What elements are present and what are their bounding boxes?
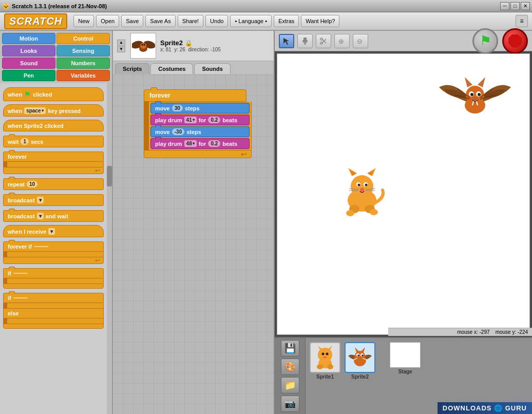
downloads-badge: DOWNLOADS 🌐 GURU xyxy=(438,402,532,414)
svg-point-56 xyxy=(327,364,333,369)
when-clicked-block[interactable]: when ⚑ clicked xyxy=(3,87,104,101)
green-flag-button[interactable]: ⚑ xyxy=(472,28,498,54)
middle-panel: ▲ ▼ Sprite2 🔒 xyxy=(113,31,275,414)
sprite-controls: 💾 🎨 📁 📷 xyxy=(275,338,306,414)
play-drum-41-block[interactable]: play drum 41▾ for 0.2 beats xyxy=(150,115,250,125)
sprite-info: Sprite2 🔒 x: 81 y: 26 direction: -105 xyxy=(160,39,221,52)
tab-sounds[interactable]: Sounds xyxy=(194,63,230,74)
when-key-pressed-block[interactable]: when space▾ key pressed xyxy=(3,104,104,117)
forever-if-block[interactable]: forever if ↩ xyxy=(3,241,104,264)
open-button[interactable]: Open xyxy=(96,15,119,27)
svg-marker-49 xyxy=(318,346,322,350)
svg-point-55 xyxy=(317,364,323,369)
motion-category[interactable]: Motion xyxy=(2,33,55,44)
sound-category[interactable]: Sound xyxy=(2,58,55,69)
stop-button[interactable] xyxy=(502,28,528,54)
stamp-tool[interactable] xyxy=(297,34,313,48)
if-block[interactable]: if xyxy=(3,268,104,289)
lock-icon: 🔒 xyxy=(185,40,193,47)
extras-button[interactable]: Extras xyxy=(274,15,299,27)
control-category[interactable]: Control xyxy=(56,33,110,44)
svg-point-25 xyxy=(365,184,368,186)
move-minus30-block[interactable]: move -30 steps xyxy=(150,126,250,137)
scissors-tool[interactable] xyxy=(316,34,331,48)
numbers-category[interactable]: Numbers xyxy=(56,58,110,69)
svg-rect-7 xyxy=(302,40,308,42)
forever-body: move 30 steps play drum 41▾ for 0.2 beat… xyxy=(144,102,252,150)
menu-icon[interactable]: ≡ xyxy=(516,15,528,27)
title-bar: 🐱 Scratch 1.3.1 (release of 21-Nov-08) ─… xyxy=(0,0,532,12)
close-button[interactable]: ✕ xyxy=(521,2,530,10)
broadcast-block[interactable]: broadcast ▾ xyxy=(3,194,104,206)
looks-category[interactable]: Looks xyxy=(2,45,55,57)
save-as-button[interactable]: Save As xyxy=(145,15,175,27)
move-30-block[interactable]: move 30 steps xyxy=(150,103,250,114)
nav-up[interactable]: ▲ xyxy=(117,40,125,46)
cat-sprite xyxy=(339,167,385,220)
pen-category[interactable]: Pen xyxy=(2,70,55,81)
script-tabs: Scripts Costumes Sounds xyxy=(113,61,274,74)
mouse-coords: mouse x: -297 mouse y: -224 xyxy=(388,328,532,336)
camera-button[interactable]: 📷 xyxy=(281,396,299,412)
forever-footer: ↩ xyxy=(144,150,252,158)
svg-point-5 xyxy=(143,44,145,45)
scripts-canvas[interactable]: forever move 30 steps play drum 41▾ for … xyxy=(113,74,274,414)
repeat-block[interactable]: repeat 10 xyxy=(3,178,104,190)
blocks-palette: when ⚑ clicked when space▾ key pressed w… xyxy=(0,83,107,414)
language-button[interactable]: • Language • xyxy=(230,15,272,27)
sprite-thumbnail xyxy=(130,33,156,59)
svg-rect-8 xyxy=(303,42,307,43)
sensing-category[interactable]: Sensing xyxy=(56,45,110,57)
wait-block[interactable]: wait 1 secs xyxy=(3,136,104,147)
mouse-y-label: mouse y: xyxy=(496,329,517,335)
share-button[interactable]: Share! xyxy=(178,15,203,27)
stage-viewport[interactable] xyxy=(277,53,530,335)
variables-category[interactable]: Variables xyxy=(56,70,110,81)
sprite-header: ▲ ▼ Sprite2 🔒 xyxy=(113,31,274,61)
broadcast-wait-block[interactable]: broadcast ▾ and wait xyxy=(3,210,104,222)
save-sprite-button[interactable]: 💾 xyxy=(281,340,299,356)
svg-point-51 xyxy=(322,353,325,355)
svg-point-24 xyxy=(358,184,360,186)
nav-down[interactable]: ▼ xyxy=(117,46,125,52)
title-text: Scratch 1.3.1 (release of 21-Nov-08) xyxy=(12,3,500,9)
stage-thumbnail xyxy=(390,342,421,368)
forever-header[interactable]: forever xyxy=(144,89,246,102)
svg-point-64 xyxy=(362,354,364,356)
tab-costumes[interactable]: Costumes xyxy=(150,63,193,74)
script-group: forever move 30 steps play drum 41▾ for … xyxy=(144,89,252,158)
svg-point-9 xyxy=(304,43,306,45)
when-receive-block[interactable]: when I receive ▾ xyxy=(3,225,104,237)
grow-tool[interactable]: ⊕ xyxy=(334,34,350,48)
svg-rect-6 xyxy=(303,37,307,40)
menu-bar: SCRATCH New Open Save Save As Share! Und… xyxy=(0,12,532,31)
sprite2-thumbnail xyxy=(345,342,375,373)
play-drum-48-block[interactable]: play drum 48▾ for 0.2 beats xyxy=(150,138,250,149)
tab-scripts[interactable]: Scripts xyxy=(115,63,149,74)
paint-sprite-button[interactable]: 🎨 xyxy=(281,359,299,375)
shrink-tool[interactable]: ⊖ xyxy=(353,34,368,48)
sprite-coords: x: 81 y: 26 direction: -105 xyxy=(160,47,221,52)
stage-item[interactable]: Stage xyxy=(390,342,421,374)
select-tool[interactable] xyxy=(279,34,294,48)
forever-block[interactable]: forever ↩ xyxy=(3,150,104,174)
minimize-button[interactable]: ─ xyxy=(500,2,509,10)
sprite1-item[interactable]: Sprite1 xyxy=(310,342,340,380)
svg-point-63 xyxy=(357,354,359,356)
window-controls: ─ □ ✕ xyxy=(500,2,530,10)
new-button[interactable]: New xyxy=(73,15,94,27)
app-logo: SCRATCH xyxy=(4,13,67,29)
undo-button[interactable]: Undo xyxy=(205,15,228,27)
svg-point-11 xyxy=(320,38,322,40)
sprite2-item[interactable]: Sprite2 xyxy=(345,342,375,380)
maximize-button[interactable]: □ xyxy=(510,2,520,10)
import-sprite-button[interactable]: 📁 xyxy=(281,377,299,393)
if-else-block[interactable]: if else xyxy=(3,293,104,329)
sprite1-thumbnail xyxy=(310,342,340,373)
svg-point-44 xyxy=(478,93,481,96)
when-sprite-clicked-block[interactable]: when Sprite2 clicked xyxy=(3,120,104,131)
help-button[interactable]: Want Help? xyxy=(301,15,339,27)
svg-point-34 xyxy=(370,209,378,215)
save-button[interactable]: Save xyxy=(121,15,143,27)
sprite-name: Sprite2 xyxy=(160,39,183,47)
